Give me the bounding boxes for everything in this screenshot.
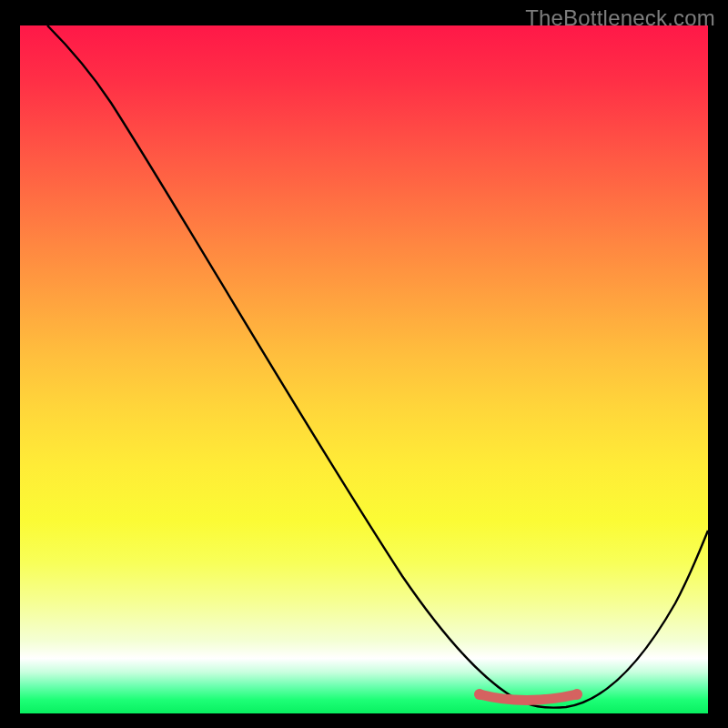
tolerance-marker <box>480 694 577 701</box>
tolerance-dot-left <box>474 689 485 700</box>
chart-plot-area <box>20 25 708 713</box>
chart-svg <box>20 25 708 713</box>
bottleneck-line <box>47 25 708 708</box>
tolerance-dot-right <box>571 689 582 700</box>
